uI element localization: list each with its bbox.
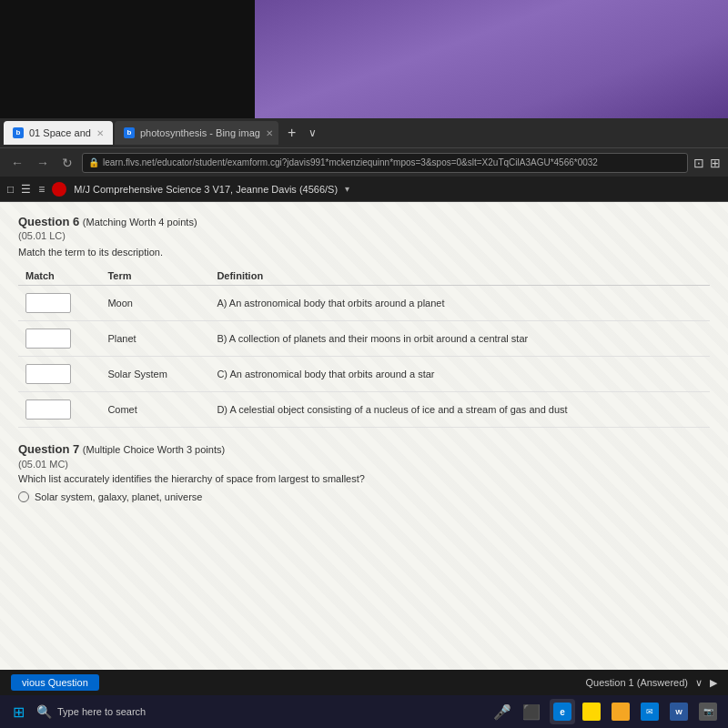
question7-title-suffix: (Multiple Choice Worth 3 points) [83, 444, 225, 455]
def-text-comet: A celestial object consisting of a nucle… [229, 404, 567, 415]
app-title-dropdown[interactable]: ▾ [345, 184, 349, 194]
term-solar: Solar System [100, 357, 209, 392]
mic-icon: 🎤 [493, 703, 511, 721]
question6-instruction: Match the term to its description. [18, 247, 710, 258]
address-bar: ← → ↻ 🔒 learn.flvs.net/educator/student/… [0, 147, 728, 177]
refresh-button[interactable]: ↻ [58, 154, 76, 172]
match-input-planet[interactable] [25, 329, 71, 349]
taskbar-explorer[interactable] [579, 699, 604, 724]
back-button[interactable]: ← [7, 154, 27, 172]
previous-question-button[interactable]: vious Question [11, 674, 99, 691]
lock-icon: 🔒 [88, 157, 99, 167]
question6-title-suffix: (Matching Worth 4 points) [83, 217, 197, 228]
def-letter-solar: C) [217, 369, 228, 379]
table-row: Comet D) A celestial object consisting o… [18, 392, 710, 428]
windows-button[interactable]: ⊞ [7, 701, 29, 723]
app-title: M/J Comprehensive Science 3 V17, Jeanne … [74, 184, 338, 195]
main-content: Question 6 (Matching Worth 4 points) (05… [0, 202, 728, 695]
word-icon: W [670, 703, 688, 721]
def-text-solar: An astronomical body that orbits around … [229, 369, 434, 379]
browser-tab-bar: b 01 Space and ✕ b photosynthesis - Bing… [0, 118, 728, 147]
taskbar-edge[interactable]: e [550, 699, 575, 724]
camera-icon: 📷 [699, 703, 717, 721]
status-dropdown-arrow[interactable]: ∨ [695, 677, 703, 689]
taskbar-camera[interactable]: 📷 [695, 699, 721, 724]
edge-icon: e [553, 703, 571, 721]
match-col-header: Match [18, 267, 100, 286]
tab-space-and[interactable]: b 01 Space and ✕ [4, 121, 113, 145]
match-input-comet[interactable] [25, 399, 71, 420]
question6-title: Question 6 (Matching Worth 4 points) [18, 215, 710, 228]
status-area: Question 1 (Answered) ∨ ▶ [586, 677, 718, 689]
status-icon: ▶ [710, 677, 717, 689]
question6-title-text: Question 6 [18, 215, 79, 228]
match-input-solar[interactable] [25, 364, 71, 384]
definition-col-header: Definition [209, 267, 710, 286]
status-label: Question 1 (Answered) [586, 677, 689, 688]
tab-chevron[interactable]: ∨ [305, 126, 320, 139]
bottom-nav-bar: vious Question Question 1 (Answered) ∨ ▶ [0, 670, 728, 695]
def-letter-comet: D) [217, 404, 228, 415]
radio-label-1: Solar system, galaxy, planet, universe [35, 491, 202, 502]
def-text-planet: A collection of planets and their moons … [229, 333, 528, 344]
tab-close-photo[interactable]: ✕ [266, 128, 273, 138]
mail-icon: ✉ [641, 703, 659, 721]
tab-label-photo: photosynthesis - Bing imag [140, 127, 260, 138]
tab-label-space: 01 Space and [29, 127, 91, 138]
question7-header: Question 7 (Multiple Choice Worth 3 poin… [18, 442, 710, 456]
new-tab-button[interactable]: + [280, 125, 303, 141]
match-table: Match Term Definition Moon A) An astrono… [18, 267, 710, 428]
question7-title: Question 7 [18, 442, 79, 456]
camera-feed [0, 0, 728, 118]
def-solar: C) An astronomical body that orbits arou… [209, 357, 710, 392]
taskbar-search-area[interactable]: 🔍 Type here to search [36, 704, 484, 719]
question6-subtitle: (05.01 LC) [18, 230, 710, 241]
toolbar-grid-icon[interactable]: ☰ [21, 183, 31, 196]
radio-circle-1[interactable] [18, 491, 29, 502]
term-comet: Comet [100, 392, 209, 428]
taskbar-search-label: Type here to search [57, 706, 146, 717]
taskbar-word[interactable]: W [666, 699, 692, 724]
tab-photosynthesis[interactable]: b photosynthesis - Bing imag ✕ [115, 121, 278, 145]
taskbar-store[interactable] [608, 699, 633, 724]
term-col-header: Term [100, 267, 209, 286]
monitor-button[interactable]: ⬛ [521, 701, 542, 723]
taskbar: ⊞ 🔍 Type here to search 🎤 ⬛ e ✉ W 📷 [0, 695, 728, 728]
def-letter-planet: B) [217, 333, 227, 344]
table-row: Planet B) A collection of planets and th… [18, 321, 710, 357]
def-planet: B) A collection of planets and their moo… [209, 321, 710, 357]
question6-header: Question 6 (Matching Worth 4 points) (05… [18, 215, 710, 241]
mic-button[interactable]: 🎤 [491, 701, 513, 723]
question7-subtitle: (05.01 MC) [18, 459, 710, 470]
forward-button[interactable]: → [33, 154, 53, 172]
address-text: learn.flvs.net/educator/student/examform… [103, 157, 598, 167]
favorites-button[interactable]: ⊡ [693, 156, 704, 170]
table-row: Solar System C) An astronomical body tha… [18, 357, 710, 392]
match-input-moon[interactable] [25, 293, 71, 313]
def-text-moon: An astronomical body that orbits around … [229, 298, 445, 308]
taskbar-mail[interactable]: ✉ [637, 699, 662, 724]
monitor-icon: ⬛ [522, 703, 541, 721]
split-button[interactable]: ⊞ [710, 156, 721, 170]
address-input[interactable]: 🔒 learn.flvs.net/educator/student/examfo… [82, 153, 688, 173]
table-row: Moon A) An astronomical body that orbits… [18, 286, 710, 321]
browser-action-buttons: ⊡ ⊞ [693, 156, 721, 170]
def-letter-moon: A) [217, 298, 227, 308]
toolbar-home-icon[interactable]: □ [7, 183, 14, 196]
taskbar-search-icon: 🔍 [36, 704, 52, 719]
app-logo [52, 182, 66, 197]
radio-option-1[interactable]: Solar system, galaxy, planet, universe [18, 491, 710, 502]
toolbar-menu-icon[interactable]: ≡ [38, 183, 45, 196]
tab-icon-space: b [13, 127, 24, 138]
explorer-icon [582, 703, 601, 721]
tab-icon-photo: b [124, 127, 135, 138]
prev-button-label: vious Question [22, 677, 88, 688]
tab-close-space[interactable]: ✕ [96, 128, 104, 138]
taskbar-apps: e ✉ W 📷 [550, 699, 721, 724]
term-planet: Planet [100, 321, 209, 357]
term-moon: Moon [100, 286, 209, 321]
store-icon [612, 703, 630, 721]
windows-icon: ⊞ [13, 703, 25, 721]
app-toolbar: □ ☰ ≡ M/J Comprehensive Science 3 V17, J… [0, 177, 728, 202]
def-moon: A) An astronomical body that orbits arou… [209, 286, 710, 321]
